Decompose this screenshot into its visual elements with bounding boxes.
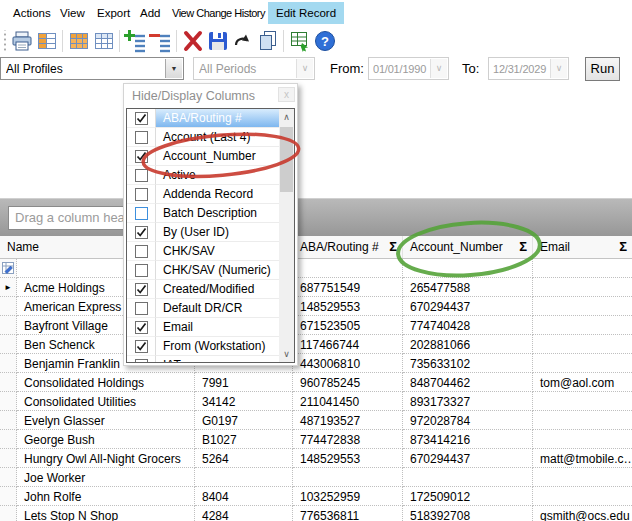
menu-view[interactable]: View xyxy=(52,2,93,24)
column-list-item-label[interactable]: Active xyxy=(156,166,279,185)
copy-icon[interactable] xyxy=(255,28,280,54)
grid-layout-icon[interactable] xyxy=(91,28,116,54)
cell-account-number[interactable]: 670294437 xyxy=(403,297,533,316)
cell-aba-routing[interactable]: 103252959 xyxy=(293,487,403,506)
save-icon[interactable] xyxy=(205,28,230,54)
group-by-panel[interactable]: Drag a column head xyxy=(0,198,632,236)
cell-account-number[interactable]: 873414216 xyxy=(403,430,533,449)
cell-email[interactable]: tom@aol.com xyxy=(533,373,632,392)
row-indicator[interactable] xyxy=(0,468,17,487)
checkbox-checked[interactable] xyxy=(135,226,148,239)
row-indicator[interactable] xyxy=(0,487,17,506)
cell-email[interactable] xyxy=(533,430,632,449)
column-list-item-label[interactable]: CHK/SAV (Numeric) xyxy=(156,261,279,280)
add-row-icon[interactable] xyxy=(123,28,148,54)
column-chooser-icon[interactable] xyxy=(34,28,59,54)
cell-email[interactable] xyxy=(533,411,632,430)
column-list-item[interactable]: By (User ID) xyxy=(127,223,279,242)
cell-col2[interactable]: 8404 xyxy=(195,487,293,506)
cell-aba-routing[interactable]: 443006810 xyxy=(293,354,403,373)
column-list-item-label[interactable]: Account_Number xyxy=(156,147,279,166)
cell-account-number[interactable]: 202881066 xyxy=(403,335,533,354)
export-excel-icon[interactable] xyxy=(287,28,312,54)
undo-icon[interactable] xyxy=(230,28,255,54)
cell-account-number[interactable]: 172509012 xyxy=(403,487,533,506)
filter-edit-icon[interactable] xyxy=(0,259,17,278)
cell-account-number[interactable]: 265477588 xyxy=(403,278,533,297)
row-indicator[interactable] xyxy=(0,449,17,468)
row-indicator[interactable] xyxy=(0,316,17,335)
column-list-item-label[interactable]: Batch Description xyxy=(156,204,279,223)
cell-aba-routing[interactable]: 960785245 xyxy=(293,373,403,392)
grid-view-icon[interactable] xyxy=(66,28,91,54)
column-list-item[interactable]: Addenda Record xyxy=(127,185,279,204)
remove-row-icon[interactable] xyxy=(148,28,173,54)
column-list-item[interactable]: Email xyxy=(127,318,279,337)
cell-name[interactable]: Hungry Owl All-Night Grocers xyxy=(17,449,195,468)
column-header-email[interactable]: EmailΣ xyxy=(533,236,632,258)
sigma-icon[interactable]: Σ xyxy=(389,239,397,254)
cell-aba-routing[interactable]: 687751549 xyxy=(293,278,403,297)
column-list-item-label[interactable]: CHK/SAV xyxy=(156,242,279,261)
row-indicator[interactable] xyxy=(0,354,17,373)
column-list-item-label[interactable]: Default DR/CR xyxy=(156,299,279,318)
menu-export[interactable]: Export xyxy=(89,2,138,24)
menu-edit-record[interactable]: Edit Record xyxy=(268,2,344,24)
cell-aba-routing[interactable]: 148529553 xyxy=(293,449,403,468)
cell-email[interactable] xyxy=(533,468,632,487)
checkbox-unchecked[interactable] xyxy=(135,245,148,258)
filter-cell[interactable] xyxy=(403,259,533,278)
row-indicator[interactable] xyxy=(0,392,17,411)
row-indicator[interactable] xyxy=(0,335,17,354)
cell-name[interactable]: John Rolfe xyxy=(17,487,195,506)
menu-add[interactable]: Add xyxy=(132,2,168,24)
column-header-aba-routing[interactable]: ABA/Routing #Σ xyxy=(293,236,403,258)
cell-account-number[interactable]: 774740428 xyxy=(403,316,533,335)
sigma-icon[interactable]: Σ xyxy=(519,239,527,254)
cell-name[interactable]: Lets Stop N Shop xyxy=(17,506,195,521)
cell-email[interactable] xyxy=(533,278,632,297)
column-list-item-label[interactable]: Addenda Record xyxy=(156,185,279,204)
cell-name[interactable]: Consolidated Holdings xyxy=(17,373,195,392)
column-list-item-label[interactable]: By (User ID) xyxy=(156,223,279,242)
column-list-item[interactable]: ABA/Routing # xyxy=(127,109,279,128)
cell-email[interactable] xyxy=(533,487,632,506)
cell-account-number[interactable] xyxy=(403,468,533,487)
checkbox-unchecked[interactable] xyxy=(135,188,148,201)
checkbox-unchecked[interactable] xyxy=(135,359,148,364)
column-list-item-label[interactable]: IAT xyxy=(156,356,279,363)
run-button[interactable]: Run xyxy=(585,57,620,81)
cell-col2[interactable] xyxy=(195,468,293,487)
cell-aba-routing[interactable]: 117466744 xyxy=(293,335,403,354)
scroll-up-icon[interactable]: ∧ xyxy=(279,109,294,125)
checkbox-checked[interactable] xyxy=(135,283,148,296)
scrollbar-thumb[interactable] xyxy=(280,127,293,192)
chevron-down-icon[interactable]: ▼ xyxy=(165,59,182,78)
cell-account-number[interactable]: 670294437 xyxy=(403,449,533,468)
checkbox-checked[interactable] xyxy=(135,340,148,353)
delete-icon[interactable] xyxy=(180,28,205,54)
cell-col2[interactable]: B1027 xyxy=(195,430,293,449)
checkbox-checked[interactable] xyxy=(135,112,148,125)
cell-name[interactable]: George Bush xyxy=(17,430,195,449)
column-list-item-label[interactable]: Created/Modified xyxy=(156,280,279,299)
close-icon[interactable]: x xyxy=(278,87,295,102)
cell-aba-routing[interactable]: 211041450 xyxy=(293,392,403,411)
cell-account-number[interactable]: 518392708 xyxy=(403,506,533,521)
cell-aba-routing[interactable]: 148529553 xyxy=(293,297,403,316)
cell-email[interactable] xyxy=(533,316,632,335)
cell-email[interactable] xyxy=(533,335,632,354)
cell-aba-routing[interactable]: 776536811 xyxy=(293,506,403,521)
print-icon[interactable] xyxy=(9,28,34,54)
checkbox-unchecked[interactable] xyxy=(135,264,148,277)
column-list-item[interactable]: Default DR/CR xyxy=(127,299,279,318)
cell-col2[interactable]: G0197 xyxy=(195,411,293,430)
checkbox-unchecked[interactable] xyxy=(135,131,148,144)
checkbox-checked[interactable] xyxy=(135,150,148,163)
cell-name[interactable]: Evelyn Glasser xyxy=(17,411,195,430)
checkbox-unchecked[interactable] xyxy=(135,207,148,220)
cell-account-number[interactable]: 848704462 xyxy=(403,373,533,392)
cell-col2[interactable]: 4284 xyxy=(195,506,293,521)
cell-email[interactable]: matt@tmobile.c… xyxy=(533,449,632,468)
cell-email[interactable]: gsmith@ocs.edu xyxy=(533,506,632,521)
